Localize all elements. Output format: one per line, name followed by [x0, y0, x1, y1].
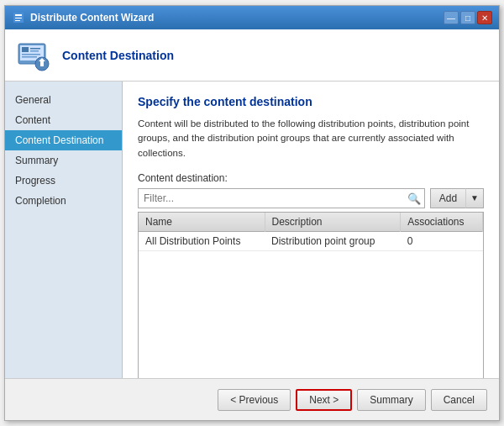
summary-button[interactable]: Summary	[357, 389, 425, 411]
filter-input[interactable]	[138, 188, 425, 208]
svg-rect-7	[30, 48, 40, 50]
sidebar-item-completion[interactable]: Completion	[5, 191, 122, 211]
svg-rect-1	[15, 14, 22, 16]
title-bar-title: Distribute Content Wizard	[30, 12, 154, 24]
svg-rect-12	[40, 61, 44, 66]
wizard-icon	[12, 11, 25, 24]
filter-row: 🔍 Add ▼	[138, 188, 484, 208]
title-bar: Distribute Content Wizard — □ ✕	[5, 6, 499, 29]
svg-rect-8	[30, 50, 39, 52]
sidebar-item-summary[interactable]: Summary	[5, 150, 122, 171]
table-row[interactable]: All Distribution Points Distribution poi…	[139, 231, 483, 250]
cell-description: Distribution point group	[265, 231, 401, 250]
svg-rect-3	[15, 20, 20, 21]
add-dropdown-button[interactable]: ▼	[465, 188, 484, 208]
table-wrap: Name Description Associations All Distri…	[138, 212, 484, 378]
cancel-button[interactable]: Cancel	[431, 389, 487, 411]
info-text: Content will be distributed to the follo…	[138, 117, 484, 160]
minimize-button[interactable]: —	[444, 11, 459, 24]
destination-label: Content destination:	[138, 172, 484, 184]
filter-input-wrap: 🔍	[138, 188, 425, 208]
previous-button[interactable]: < Previous	[218, 389, 291, 411]
maximize-button[interactable]: □	[460, 11, 475, 24]
col-description: Description	[265, 213, 401, 232]
sidebar-item-progress[interactable]: Progress	[5, 171, 122, 191]
cell-name: All Distribution Points	[139, 231, 265, 250]
add-btn-wrap: Add ▼	[430, 188, 484, 208]
header-title: Content Destination	[62, 49, 174, 62]
content-title: Specify the content destination	[138, 95, 484, 108]
cell-associations: 0	[401, 231, 483, 250]
sidebar-item-general[interactable]: General	[5, 90, 122, 110]
sidebar-item-content-destination[interactable]: Content Destination	[5, 130, 122, 150]
sidebar: General Content Content Destination Summ…	[5, 82, 123, 378]
wizard-window: Distribute Content Wizard — □ ✕ Content …	[4, 5, 500, 421]
search-icon: 🔍	[407, 192, 421, 204]
close-button[interactable]: ✕	[477, 11, 492, 24]
title-bar-left: Distribute Content Wizard	[12, 11, 154, 24]
footer: < Previous Next > Summary Cancel	[5, 378, 499, 420]
add-button[interactable]: Add	[430, 188, 465, 208]
sidebar-item-content[interactable]: Content	[5, 110, 122, 130]
header-section: Content Destination	[5, 29, 499, 82]
col-name: Name	[139, 213, 265, 232]
svg-rect-6	[22, 47, 29, 52]
content-area: Specify the content destination Content …	[123, 82, 499, 378]
svg-rect-9	[22, 54, 40, 55]
next-button[interactable]: Next >	[296, 389, 352, 411]
table-header-row: Name Description Associations	[139, 213, 483, 232]
header-icon	[17, 39, 50, 72]
destination-table: Name Description Associations All Distri…	[139, 213, 483, 251]
body-section: General Content Content Destination Summ…	[5, 82, 499, 378]
svg-rect-10	[22, 56, 37, 58]
col-associations: Associations	[401, 213, 483, 232]
title-bar-controls: — □ ✕	[444, 11, 492, 24]
svg-rect-2	[15, 18, 22, 18]
